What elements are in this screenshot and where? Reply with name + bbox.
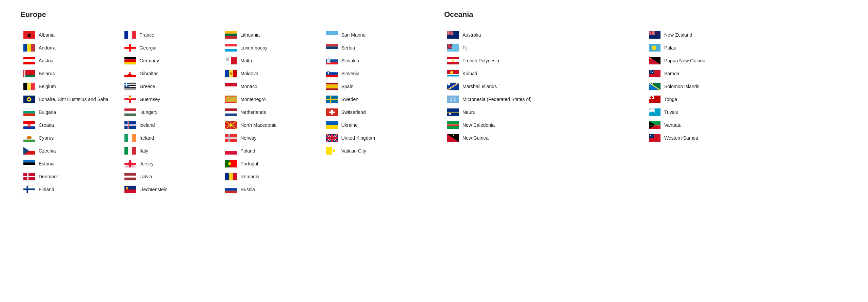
list-item[interactable]: Nauru <box>444 106 646 118</box>
list-item[interactable]: Tonga <box>646 93 848 105</box>
list-item[interactable]: New Guinea <box>444 132 646 144</box>
list-item[interactable]: Italy <box>121 145 222 157</box>
list-item[interactable]: Ireland <box>121 132 222 144</box>
list-item[interactable]: Slovenia <box>323 67 424 80</box>
country-name-label: Marshall Islands <box>462 83 497 89</box>
country-name-label: Vatican City <box>341 148 367 154</box>
list-item[interactable]: Russia <box>222 183 323 196</box>
list-item[interactable]: Greece <box>121 80 222 93</box>
list-item[interactable]: Croatia <box>20 119 121 131</box>
list-item[interactable]: Georgia <box>121 42 222 54</box>
list-item[interactable]: Kiribati <box>444 67 646 80</box>
svg-rect-19 <box>23 111 35 114</box>
list-item[interactable]: North Macedonia <box>222 119 323 131</box>
list-item[interactable]: Cyprus <box>20 132 121 144</box>
list-item[interactable]: Solomon Islands <box>646 80 848 93</box>
country-name-label: Malta <box>240 58 252 64</box>
list-item[interactable]: New Caledonia <box>444 119 646 131</box>
flag-poland <box>225 147 237 155</box>
list-item[interactable]: Romania <box>222 170 323 183</box>
list-item[interactable]: Jersey <box>121 158 222 170</box>
country-name-label: Denmark <box>39 174 58 180</box>
list-item[interactable]: Sweden <box>323 93 424 105</box>
list-item[interactable]: Montenegro <box>222 93 323 105</box>
svg-rect-161 <box>329 112 335 113</box>
list-item[interactable]: Finland <box>20 183 121 196</box>
list-item[interactable]: Lithuania <box>222 29 323 41</box>
list-item[interactable]: Vatican City <box>323 145 424 157</box>
list-item[interactable]: Poland <box>222 145 323 157</box>
svg-point-233 <box>658 34 659 35</box>
country-name-label: Montenegro <box>240 96 266 102</box>
list-item[interactable]: Marshall Islands <box>444 80 646 93</box>
svg-point-255 <box>650 86 651 87</box>
list-item[interactable]: Guernsey <box>121 93 222 105</box>
list-item[interactable]: Portugal <box>222 158 323 170</box>
list-item[interactable]: Micronesia (Federated States of) <box>444 93 646 105</box>
list-item[interactable]: Australia <box>444 29 646 41</box>
country-name-label: Cyprus <box>39 135 54 141</box>
list-item[interactable]: French Polynesia <box>444 55 646 67</box>
list-item[interactable]: Norway <box>222 132 323 144</box>
flag-liechtenstein <box>124 185 136 194</box>
svg-rect-53 <box>128 74 131 76</box>
list-item[interactable]: Bulgaria <box>20 106 121 118</box>
country-name-label: Samoa <box>664 71 679 77</box>
list-item[interactable]: Bonaire, Sint Eustatius and Saba <box>20 93 121 105</box>
list-item[interactable]: Ukraine <box>323 119 424 131</box>
list-item[interactable]: Germany <box>121 55 222 67</box>
list-item[interactable]: Estonia <box>20 158 121 170</box>
svg-rect-74 <box>124 114 136 116</box>
country-name-label: Palau <box>664 45 676 51</box>
flag-greece <box>124 82 136 90</box>
list-item[interactable]: Fiji <box>444 42 646 54</box>
list-item[interactable]: Austria <box>20 55 121 67</box>
list-item[interactable]: Netherlands <box>222 106 323 118</box>
svg-rect-83 <box>124 147 128 155</box>
list-item[interactable]: Malta <box>222 55 323 67</box>
list-item[interactable]: Spain <box>323 80 424 93</box>
flag-westernsamoa <box>649 134 661 142</box>
list-item[interactable]: Latvia <box>121 170 222 183</box>
list-item[interactable]: Hungary <box>121 106 222 118</box>
list-item[interactable]: Tuvalu <box>646 106 848 118</box>
list-item[interactable]: Iceland <box>121 119 222 131</box>
list-item[interactable]: San Marino <box>323 29 424 41</box>
list-item[interactable]: Serbia <box>323 42 424 54</box>
list-item[interactable]: Denmark <box>20 170 121 183</box>
list-item[interactable]: Moldova <box>222 67 323 80</box>
country-name-label: Belgium <box>39 83 56 89</box>
svg-point-251 <box>650 83 651 84</box>
svg-point-234 <box>657 35 658 36</box>
list-item[interactable]: United Kingdom <box>323 132 424 144</box>
list-item[interactable]: France <box>121 29 222 41</box>
svg-rect-34 <box>23 165 35 168</box>
list-item[interactable]: Vanuatu <box>646 119 848 131</box>
flag-moldova <box>225 69 237 78</box>
list-item[interactable]: Slovakia <box>323 55 424 67</box>
list-item[interactable]: Palau <box>646 42 848 54</box>
list-item[interactable]: Gibraltar <box>121 67 222 80</box>
list-item[interactable]: Monaco <box>222 80 323 93</box>
list-item[interactable]: Samoa <box>646 67 848 80</box>
svg-rect-24 <box>27 123 31 127</box>
list-item[interactable]: Andorra <box>20 42 121 54</box>
list-item[interactable]: New Zealand <box>646 29 848 41</box>
list-item[interactable]: Liechtenstein <box>121 183 222 196</box>
svg-rect-28 <box>23 141 35 142</box>
list-item[interactable]: Western Samoa <box>646 132 848 144</box>
list-item[interactable]: Belarus <box>20 67 121 80</box>
svg-rect-4 <box>31 44 35 52</box>
flag-georgia <box>124 44 136 52</box>
list-item[interactable]: Luxembourg <box>222 42 323 54</box>
svg-rect-103 <box>226 58 229 61</box>
list-item[interactable]: Belgium <box>20 80 121 93</box>
flag-frenchpolynesia <box>447 57 459 65</box>
list-item[interactable]: Switzerland <box>323 106 424 118</box>
list-item[interactable]: Papua New Guinea <box>646 55 848 67</box>
list-item[interactable]: Albania <box>20 29 121 41</box>
flag-iceland <box>124 121 136 129</box>
list-item[interactable]: Czechia <box>20 145 121 157</box>
svg-rect-41 <box>124 31 128 39</box>
country-name-label: Portugal <box>240 161 258 167</box>
